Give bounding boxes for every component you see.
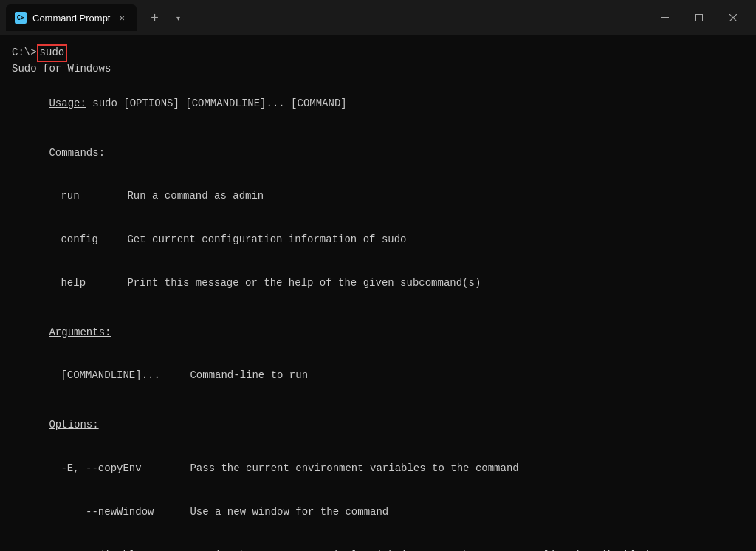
cmd-config-name: config — [61, 233, 127, 247]
svg-rect-0 — [662, 17, 669, 18]
first-prompt-line: C:\>sudo — [12, 44, 744, 62]
options-label: Options: — [49, 419, 98, 431]
sudo-command-highlight: sudo — [37, 44, 68, 62]
tab-label: Command Prompt — [32, 13, 110, 24]
usage-text: sudo [OPTIONS] [COMMANDLINE]... [COMMAND… — [86, 97, 347, 109]
sudo-description: Sudo for Windows — [12, 62, 744, 77]
cmd-help-line: helpPrint this message or the help of th… — [12, 261, 744, 305]
prompt-prefix: C:\> — [12, 46, 37, 61]
cmd-help-name: help — [61, 276, 127, 291]
cmd-run-name: run — [61, 189, 127, 204]
maximize-button[interactable] — [682, 6, 716, 30]
usage-line: Usage: sudo [OPTIONS] [COMMANDLINE]... [… — [12, 82, 744, 126]
opt2-desc: Use a new window for the command — [190, 506, 388, 518]
arg-commandline-line: [COMMANDLINE]...Command-line to run — [12, 355, 744, 398]
minimize-button[interactable] — [648, 6, 682, 30]
tab-icon: C> — [15, 12, 27, 24]
cmd-config-line: configGet current configuration informat… — [12, 219, 744, 262]
close-button[interactable] — [716, 6, 750, 30]
cmd-config-desc: Get current configuration information of… — [127, 233, 406, 245]
opt1-desc: Pass the current environment variables t… — [190, 462, 518, 474]
title-bar-actions: + ▾ — [142, 6, 187, 30]
terminal-content[interactable]: C:\>sudo Sudo for Windows Usage: sudo [O… — [0, 35, 756, 551]
new-tab-button[interactable]: + — [142, 6, 166, 30]
commands-label: Commands: — [49, 147, 105, 159]
opt2-name: --newWindow — [61, 505, 190, 520]
arguments-label: Arguments: — [49, 326, 111, 338]
cmd-help-desc: Print this message or the help of the gi… — [127, 277, 481, 289]
dropdown-button[interactable]: ▾ — [169, 6, 187, 30]
arg-name: [COMMANDLINE]... — [61, 369, 190, 383]
commands-heading: Commands: — [12, 131, 744, 175]
opt-newwindow-line: --newWindowUse a new window for the comm… — [12, 490, 744, 534]
cmd-run-desc: Run a command as admin — [127, 190, 264, 202]
arguments-heading: Arguments: — [12, 311, 744, 355]
opt-copyenv-line: -E, --copyEnvPass the current environmen… — [12, 447, 744, 490]
svg-rect-1 — [696, 15, 703, 21]
cmd-run-line: runRun a command as admin — [12, 175, 744, 219]
command-prompt-tab[interactable]: C> Command Prompt ✕ — [6, 4, 137, 31]
opt3-name: --disableInput — [61, 549, 190, 551]
terminal-window: C> Command Prompt ✕ + ▾ — [0, 0, 756, 551]
opt-disableinput-line: --disableInputRun in the current termina… — [12, 534, 744, 551]
tab-close-button[interactable]: ✕ — [116, 12, 128, 24]
arg-desc: Command-line to run — [190, 369, 308, 381]
options-heading: Options: — [12, 404, 744, 448]
window-controls — [648, 6, 750, 30]
opt1-name: -E, --copyEnv — [61, 462, 190, 476]
usage-label: Usage: — [49, 97, 86, 109]
title-bar: C> Command Prompt ✕ + ▾ — [0, 0, 756, 35]
